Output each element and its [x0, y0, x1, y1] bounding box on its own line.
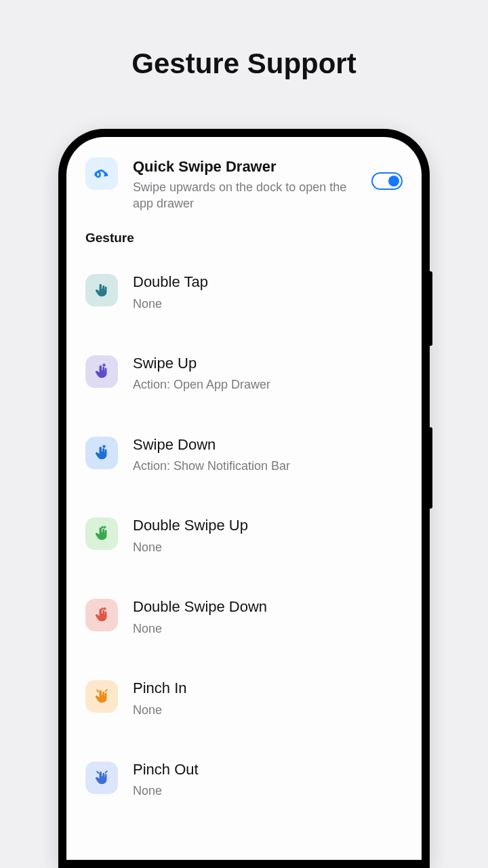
gesture-subtitle: None — [133, 783, 403, 799]
gesture-title: Double Tap — [133, 273, 403, 292]
page-title: Gesture Support — [0, 47, 488, 80]
swipe-down-icon — [85, 437, 118, 469]
gesture-row-double-swipe-up[interactable]: Double Swipe UpNone — [85, 516, 403, 555]
quick-swipe-title: Quick Swipe Drawer — [133, 157, 357, 176]
phone-mockup: Quick Swipe Drawer Swipe upwards on the … — [58, 129, 430, 868]
gesture-title: Pinch In — [133, 679, 403, 698]
quick-swipe-drawer-row[interactable]: Quick Swipe Drawer Swipe upwards on the … — [85, 157, 403, 212]
gesture-row-swipe-up[interactable]: Swipe UpAction: Open App Drawer — [85, 354, 403, 393]
gesture-row-double-swipe-down[interactable]: Double Swipe DownNone — [85, 597, 403, 637]
pinch-in-icon — [85, 680, 118, 713]
phone-side-button — [430, 427, 432, 509]
gesture-list: Double TapNone Swipe UpAction: Open App … — [85, 273, 403, 800]
gesture-subtitle: Action: Show Notification Bar — [133, 458, 403, 474]
gesture-title: Swipe Up — [133, 354, 403, 373]
gesture-subtitle: None — [133, 539, 403, 555]
gesture-title: Swipe Down — [133, 435, 403, 454]
gesture-title: Double Swipe Up — [133, 516, 403, 535]
gesture-row-pinch-out[interactable]: Pinch OutNone — [85, 760, 403, 800]
gesture-subtitle: None — [133, 620, 403, 637]
phone-side-button — [430, 271, 432, 346]
two-up-icon — [85, 517, 118, 550]
squiggle-icon — [85, 157, 118, 190]
gesture-title: Pinch Out — [133, 760, 403, 779]
swipe-up-icon — [85, 355, 118, 388]
tap-icon — [85, 274, 118, 307]
gesture-row-swipe-down[interactable]: Swipe DownAction: Show Notification Bar — [85, 435, 403, 475]
gesture-subtitle: None — [133, 296, 403, 312]
gesture-section-label: Gesture — [85, 231, 403, 245]
gesture-subtitle: Action: Open App Drawer — [133, 376, 403, 393]
gesture-row-double-tap[interactable]: Double TapNone — [85, 273, 403, 312]
two-down-icon — [85, 599, 118, 631]
gesture-subtitle: None — [133, 702, 403, 718]
gesture-row-pinch-in[interactable]: Pinch InNone — [85, 679, 403, 718]
quick-swipe-toggle[interactable] — [371, 172, 403, 190]
quick-swipe-subtitle: Swipe upwards on the dock to open the ap… — [133, 179, 357, 212]
gesture-title: Double Swipe Down — [133, 597, 403, 616]
phone-screen: Quick Swipe Drawer Swipe upwards on the … — [66, 137, 422, 860]
pinch-out-icon — [85, 762, 118, 794]
